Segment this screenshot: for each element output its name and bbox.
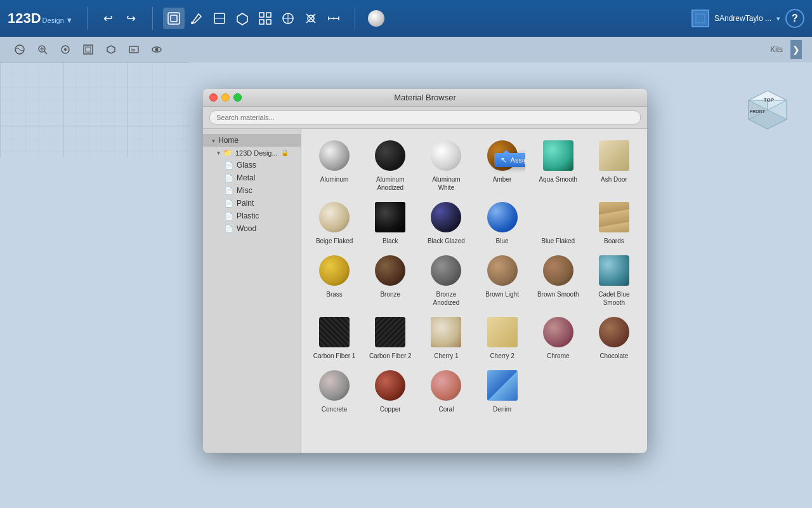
material-item[interactable]: Cherry 2 bbox=[475, 312, 528, 363]
tree-folder-label: 123D Desig... bbox=[235, 149, 278, 157]
pan-button[interactable] bbox=[56, 40, 75, 59]
dialog-maximize-button[interactable] bbox=[233, 93, 242, 102]
material-item[interactable]: Carbon Fiber 1 bbox=[308, 312, 361, 363]
select-tool-button[interactable] bbox=[163, 8, 185, 29]
material-label: Blue Flaked bbox=[541, 237, 575, 245]
tree-misc-label: Misc bbox=[237, 186, 252, 195]
material-item[interactable]: Carbon Fiber 2 bbox=[363, 312, 417, 363]
svg-rect-5 bbox=[259, 13, 264, 17]
material-label: Copper bbox=[380, 405, 401, 413]
tree-metal[interactable]: 📄 Metal bbox=[203, 171, 301, 184]
svg-rect-27 bbox=[86, 47, 91, 52]
material-label: Chrome bbox=[547, 352, 570, 360]
tree-plastic[interactable]: 📄 Plastic bbox=[203, 210, 301, 222]
svg-point-25 bbox=[64, 48, 67, 51]
material-item[interactable]: Chrome bbox=[532, 312, 585, 363]
material-item[interactable]: Chocolate bbox=[587, 312, 641, 363]
material-item[interactable]: Copper bbox=[363, 365, 417, 416]
material-item[interactable]: Bronze bbox=[363, 250, 417, 309]
material-item[interactable]: Aluminum White bbox=[419, 135, 473, 194]
folder-plastic-icon: 📄 bbox=[225, 212, 233, 220]
folder-paint-icon: 📄 bbox=[225, 199, 233, 208]
tree-folder[interactable]: ▾ 📁 123D Desig... 🔒 bbox=[203, 147, 301, 159]
user-dropdown-icon[interactable]: ▾ bbox=[776, 15, 780, 23]
material-item[interactable]: Black bbox=[363, 197, 417, 248]
svg-line-21 bbox=[44, 51, 47, 54]
search-input[interactable] bbox=[209, 110, 641, 124]
tools-group bbox=[163, 8, 344, 29]
material-sphere-button[interactable] bbox=[365, 8, 387, 29]
tree-glass[interactable]: 📄 Glass bbox=[203, 159, 301, 171]
material-label: Cherry 2 bbox=[490, 352, 514, 360]
user-name-label: SAndrewTaylo ... bbox=[714, 14, 771, 23]
material-item[interactable]: Boards bbox=[587, 197, 641, 248]
view-mode-button[interactable] bbox=[102, 40, 121, 59]
user-icon bbox=[691, 10, 709, 27]
visibility-button[interactable] bbox=[147, 40, 166, 59]
svg-rect-33 bbox=[0, 62, 190, 157]
tree-home[interactable]: ▾ Home bbox=[203, 134, 301, 147]
material-item[interactable]: Coral bbox=[419, 365, 473, 416]
tree-glass-label: Glass bbox=[237, 161, 256, 170]
material-item[interactable]: Ash Door bbox=[587, 135, 641, 194]
material-item[interactable]: Blue Flaked bbox=[532, 197, 585, 248]
tree-wood[interactable]: 📄 Wood bbox=[203, 222, 301, 235]
svg-rect-6 bbox=[266, 13, 271, 17]
material-item[interactable]: Denim bbox=[475, 365, 528, 416]
social-button[interactable]: in bbox=[124, 40, 143, 59]
material-label: Blue bbox=[496, 237, 509, 245]
tree-metal-label: Metal bbox=[237, 173, 255, 182]
svg-point-31 bbox=[155, 48, 159, 51]
zoom-button[interactable] bbox=[33, 40, 52, 59]
dialog-close-button[interactable] bbox=[209, 93, 218, 102]
material-item[interactable]: Aluminum Anodized bbox=[363, 135, 417, 194]
material-item[interactable]: Brass bbox=[308, 250, 361, 309]
material-label: Bronze Anodized bbox=[423, 290, 469, 307]
measure-tool-button[interactable] bbox=[323, 8, 344, 29]
primitives-tool-button[interactable] bbox=[232, 8, 253, 29]
material-item[interactable]: Brown Light bbox=[475, 250, 528, 309]
material-item[interactable]: Bronze Anodized bbox=[419, 250, 473, 309]
material-label: Denim bbox=[493, 405, 511, 413]
material-item[interactable]: Beige Flaked bbox=[308, 197, 361, 248]
construct-tool-button[interactable] bbox=[209, 8, 230, 29]
kits-label: Kits bbox=[770, 45, 783, 54]
orbit-button[interactable] bbox=[10, 40, 29, 59]
material-label: Concrete bbox=[322, 405, 348, 413]
tree-paint[interactable]: 📄 Paint bbox=[203, 197, 301, 210]
sketch-tool-button[interactable] bbox=[186, 8, 207, 29]
tree-arrow-folder: ▾ bbox=[217, 149, 220, 156]
material-label: Brass bbox=[326, 290, 343, 298]
material-item[interactable]: Concrete bbox=[308, 365, 361, 416]
app-dropdown[interactable]: ▾ bbox=[67, 15, 72, 25]
group-tool-button[interactable] bbox=[277, 8, 299, 29]
material-item[interactable]: Brown Smooth bbox=[532, 250, 585, 309]
fit-view-button[interactable] bbox=[79, 40, 98, 59]
cursor-icon: ↖ bbox=[501, 156, 507, 164]
dialog-body: ▾ Home ▾ 📁 123D Desig... 🔒 📄 Glass 📄 Met… bbox=[203, 129, 647, 453]
material-item[interactable]: Blue bbox=[475, 197, 528, 248]
svg-rect-18 bbox=[697, 15, 704, 22]
dialog-minimize-button[interactable] bbox=[221, 93, 230, 102]
dialog-sidebar: ▾ Home ▾ 📁 123D Desig... 🔒 📄 Glass 📄 Met… bbox=[203, 129, 301, 453]
material-item[interactable]: Aqua Smooth bbox=[532, 135, 585, 194]
nav-cube[interactable]: TOP FRONT bbox=[742, 88, 793, 138]
material-item[interactable]: Cadet Blue Smooth bbox=[587, 250, 641, 309]
folder-icon: 📁 bbox=[223, 149, 232, 157]
material-label: Amber bbox=[493, 175, 511, 184]
material-label: Coral bbox=[438, 405, 454, 413]
tree-misc[interactable]: 📄 Misc bbox=[203, 184, 301, 197]
help-button[interactable]: ? bbox=[785, 9, 804, 28]
material-item[interactable]: Aluminum bbox=[308, 135, 361, 194]
material-item[interactable]: ↖Assign to SelectionAmber bbox=[475, 135, 528, 194]
pattern-tool-button[interactable] bbox=[254, 8, 276, 29]
undo-button[interactable]: ↩ bbox=[98, 8, 119, 29]
material-label: Black Glazed bbox=[428, 237, 465, 245]
kits-panel-toggle[interactable]: ❯ bbox=[790, 40, 802, 59]
modify-tool-button[interactable] bbox=[300, 8, 322, 29]
material-browser-dialog: Material Browser ▾ Home ▾ 📁 123D Desig..… bbox=[203, 89, 647, 453]
app-logo[interactable]: 123D Design ▾ bbox=[8, 11, 72, 25]
material-item[interactable]: Cherry 1 bbox=[419, 312, 473, 363]
redo-button[interactable]: ↪ bbox=[121, 8, 142, 29]
material-item[interactable]: Black Glazed bbox=[419, 197, 473, 248]
